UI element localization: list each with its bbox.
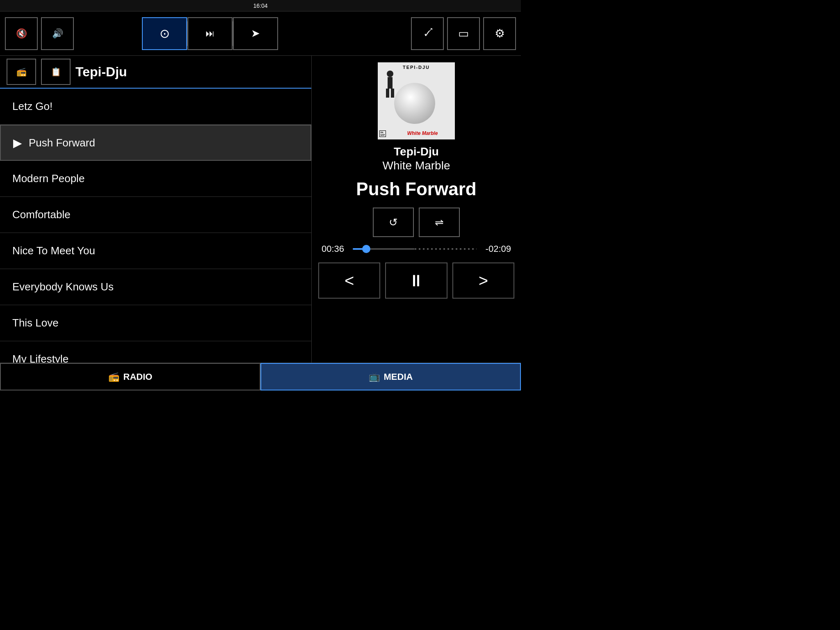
- svg-rect-3: [391, 89, 394, 98]
- track-name: Comfortable: [12, 208, 71, 221]
- media-tab[interactable]: 📺 MEDIA: [260, 363, 521, 390]
- nav-forward-button[interactable]: ⏭: [187, 17, 233, 50]
- info-button[interactable]: 📋: [41, 59, 71, 85]
- mute-icon: 🔇: [16, 28, 27, 39]
- track-item[interactable]: Nice To Meet You: [0, 233, 311, 269]
- track-item[interactable]: Modern People: [0, 161, 311, 197]
- track-item[interactable]: My Lifestyle: [0, 341, 311, 363]
- previous-button[interactable]: <: [318, 262, 380, 299]
- album-subtitle-text: White Marble: [390, 130, 455, 136]
- track-name: My Lifestyle: [12, 353, 68, 363]
- figure-silhouette-icon: [382, 70, 398, 103]
- track-name: Everybody Knows Us: [12, 281, 114, 293]
- svg-point-0: [387, 71, 393, 77]
- volume-button[interactable]: 🔊: [41, 17, 74, 50]
- track-name: Push Forward: [29, 137, 95, 149]
- time-elapsed: 00:36: [322, 244, 348, 254]
- panel-header: 📻 📋 Tepi-Dju: [0, 56, 311, 89]
- previous-icon: <: [345, 272, 354, 290]
- artist-name: Tepi-Dju: [394, 144, 439, 159]
- toolbar-right: ✓↗ ▭ ⚙: [411, 17, 516, 50]
- control-buttons: ↺ ⇌: [373, 208, 460, 237]
- radio-tab-label: RADIO: [123, 372, 153, 382]
- radio-tab-icon: 📻: [108, 372, 119, 382]
- playing-icon: ▶: [13, 136, 22, 150]
- pause-icon: ⏸: [408, 272, 425, 290]
- track-item[interactable]: This Love: [0, 305, 311, 341]
- left-panel: 📻 📋 Tepi-Dju Letz Go!▶Push ForwardModern…: [0, 56, 312, 363]
- now-playing-title: Push Forward: [356, 179, 476, 199]
- radio-icon: 📻: [16, 67, 27, 77]
- track-item[interactable]: ▶Push Forward: [0, 125, 311, 161]
- list-icon: 📋: [51, 67, 61, 77]
- play-circle-icon: ⊙: [160, 26, 170, 41]
- play-nav-button[interactable]: ⊙: [142, 17, 187, 50]
- progress-remaining: [415, 248, 477, 250]
- bottom-tabs: 📻 RADIO 📺 MEDIA: [0, 363, 521, 390]
- parental-advisory-icon: PAEXP: [379, 130, 386, 137]
- arrow-icon: ➤: [251, 27, 260, 40]
- progress-filled: [353, 248, 366, 250]
- album-art: TEPI-DJU PAEXP White Marble: [378, 62, 455, 139]
- settings-button[interactable]: ⚙: [483, 17, 516, 50]
- check-icon: ✓↗: [423, 28, 431, 39]
- progress-bar[interactable]: [353, 247, 477, 251]
- shuffle-icon: ⇌: [435, 216, 444, 229]
- svg-rect-1: [388, 77, 393, 89]
- main-layout: 📻 📋 Tepi-Dju Letz Go!▶Push ForwardModern…: [0, 56, 521, 363]
- source-button[interactable]: 📻: [7, 59, 36, 85]
- album-art-inner: TEPI-DJU PAEXP White Marble: [378, 62, 455, 139]
- track-item[interactable]: Everybody Knows Us: [0, 269, 311, 305]
- playback-controls: < ⏸ >: [318, 262, 514, 299]
- arrow-button[interactable]: ➤: [233, 17, 278, 50]
- screen-icon: ▭: [458, 27, 469, 40]
- repeat-button[interactable]: ↺: [373, 208, 414, 237]
- progress-thumb: [362, 245, 370, 253]
- time-remaining: -02:09: [482, 244, 511, 254]
- toolbar: 🔇 🔊 ⊙ ⏭ ➤ ✓↗ ▭ ⚙: [0, 11, 521, 56]
- media-tab-icon: 📺: [369, 372, 380, 382]
- track-name: This Love: [12, 317, 59, 329]
- screen-button[interactable]: ▭: [447, 17, 480, 50]
- right-panel: TEPI-DJU PAEXP White Marble Tepi-Dju Whi…: [312, 56, 521, 363]
- progress-area: 00:36 -02:09: [318, 244, 514, 254]
- track-item[interactable]: Letz Go!: [0, 89, 311, 125]
- pause-button[interactable]: ⏸: [385, 262, 447, 299]
- svg-rect-2: [386, 89, 389, 98]
- check-button[interactable]: ✓↗: [411, 17, 444, 50]
- nav-forward-icon: ⏭: [205, 28, 215, 39]
- clock: 16:04: [253, 2, 267, 9]
- mute-button[interactable]: 🔇: [5, 17, 38, 50]
- media-tab-label: MEDIA: [384, 372, 413, 382]
- album-name: White Marble: [383, 159, 450, 172]
- progress-track: [353, 248, 415, 250]
- track-name: Nice To Meet You: [12, 244, 95, 257]
- panel-title: Tepi-Dju: [75, 64, 127, 80]
- track-list: Letz Go!▶Push ForwardModern PeopleComfor…: [0, 89, 311, 363]
- next-icon: >: [479, 272, 488, 290]
- track-name: Letz Go!: [12, 100, 52, 113]
- repeat-icon: ↺: [389, 216, 398, 229]
- track-name: Modern People: [12, 172, 84, 185]
- album-title-text: TEPI-DJU: [378, 65, 455, 70]
- track-item[interactable]: Comfortable: [0, 197, 311, 233]
- shuffle-button[interactable]: ⇌: [419, 208, 460, 237]
- volume-icon: 🔊: [52, 28, 63, 39]
- gear-icon: ⚙: [495, 27, 505, 40]
- toolbar-center: ⊙ ⏭ ➤: [142, 17, 278, 50]
- album-sphere: [394, 83, 435, 124]
- radio-tab[interactable]: 📻 RADIO: [0, 363, 260, 390]
- next-button[interactable]: >: [452, 262, 514, 299]
- status-bar: 16:04: [0, 0, 521, 11]
